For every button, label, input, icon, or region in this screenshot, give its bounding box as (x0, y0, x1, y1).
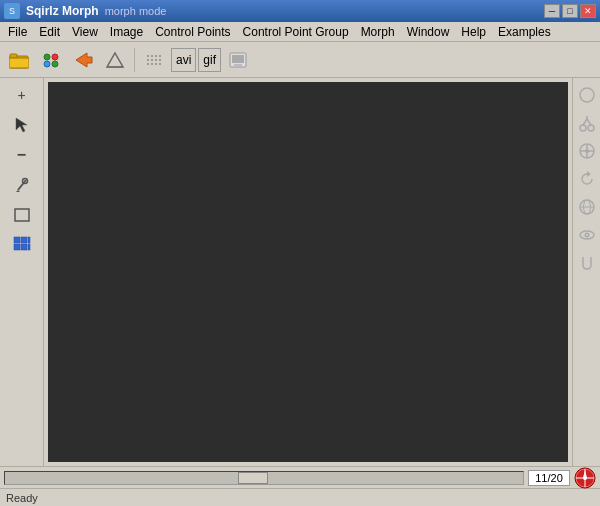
main-area: + − (0, 78, 600, 466)
title-controls: ─ □ ✕ (544, 4, 596, 18)
svg-rect-1 (10, 54, 17, 58)
menu-examples[interactable]: Examples (492, 22, 557, 41)
svg-rect-25 (28, 237, 30, 243)
pin-button[interactable] (576, 140, 598, 162)
svg-marker-37 (587, 171, 591, 177)
page-indicator: 11/20 (528, 470, 570, 486)
menu-control-point-group[interactable]: Control Point Group (237, 22, 355, 41)
svg-rect-21 (14, 237, 20, 243)
gif-button[interactable]: gif (198, 48, 221, 72)
scrollbar-thumb[interactable] (238, 472, 268, 484)
svg-rect-15 (234, 64, 242, 66)
nodes-icon (41, 51, 61, 69)
svg-marker-8 (107, 53, 123, 67)
svg-rect-20 (15, 209, 29, 221)
menu-window[interactable]: Window (401, 22, 456, 41)
svg-point-28 (580, 125, 586, 131)
lines-button[interactable] (139, 46, 169, 74)
remove-button[interactable]: − (8, 142, 36, 168)
grid-button[interactable] (8, 232, 36, 258)
rotate-icon (578, 170, 596, 188)
svg-line-30 (583, 119, 587, 125)
rotate-button[interactable] (576, 168, 598, 190)
eyedropper-button[interactable] (8, 172, 36, 198)
menu-file[interactable]: File (2, 22, 33, 41)
eyedropper-icon (14, 176, 30, 194)
scrollbar-area: 11/20 (0, 466, 600, 488)
status-text: Ready (6, 492, 38, 504)
output-icon (228, 51, 248, 69)
svg-rect-14 (232, 55, 244, 63)
title-bar-left: S Sqirlz Morph morph mode (4, 3, 166, 19)
svg-line-31 (587, 119, 591, 125)
open-button[interactable] (4, 46, 34, 74)
status-bar: Ready (0, 488, 600, 506)
select-arrow-button[interactable] (8, 112, 36, 138)
svg-rect-2 (9, 58, 29, 68)
svg-point-27 (580, 88, 594, 102)
menu-bar: File Edit View Image Control Points Cont… (0, 22, 600, 42)
mesh-button[interactable] (100, 46, 130, 74)
minimize-button[interactable]: ─ (544, 4, 560, 18)
menu-morph[interactable]: Morph (355, 22, 401, 41)
grid-icon (13, 236, 31, 254)
rectangle-button[interactable] (8, 202, 36, 228)
svg-point-43 (586, 234, 588, 236)
svg-point-5 (44, 61, 50, 67)
globe-icon (578, 198, 596, 216)
svg-point-3 (44, 54, 50, 60)
pin-icon (578, 142, 596, 160)
canvas[interactable] (48, 82, 568, 462)
right-toolbar (572, 78, 600, 466)
svg-marker-19 (16, 190, 20, 192)
maximize-button[interactable]: □ (562, 4, 578, 18)
svg-marker-16 (16, 118, 27, 132)
compass-icon (574, 467, 596, 489)
menu-edit[interactable]: Edit (33, 22, 66, 41)
toolbar: avi gif (0, 42, 600, 78)
circle-tool-button[interactable] (576, 84, 598, 106)
canvas-area (44, 78, 572, 466)
svg-point-4 (52, 54, 58, 60)
scissors-icon (578, 114, 596, 132)
cut-button[interactable] (576, 112, 598, 134)
compass-button[interactable] (574, 467, 596, 489)
nodes-button[interactable] (36, 46, 66, 74)
eye-button[interactable] (576, 224, 598, 246)
lines-icon (144, 51, 164, 69)
u-shape-button[interactable] (576, 252, 598, 274)
arrow-icon (73, 51, 93, 69)
horizontal-scrollbar[interactable] (4, 471, 524, 485)
svg-rect-24 (21, 244, 27, 250)
svg-point-29 (588, 125, 594, 131)
menu-view[interactable]: View (66, 22, 104, 41)
menu-help[interactable]: Help (455, 22, 492, 41)
app-icon: S (4, 3, 20, 19)
title-bar: S Sqirlz Morph morph mode ─ □ ✕ (0, 0, 600, 22)
svg-rect-26 (28, 244, 30, 250)
left-toolbar: + − (0, 78, 44, 466)
add-button[interactable]: + (8, 82, 36, 108)
open-folder-icon (9, 51, 29, 69)
arrow-cursor-icon (13, 116, 31, 134)
circle-tool-icon (578, 86, 596, 104)
rectangle-icon (13, 207, 31, 223)
app-mode: morph mode (105, 5, 167, 17)
eye-icon (578, 226, 596, 244)
svg-rect-23 (14, 244, 20, 250)
svg-marker-7 (76, 53, 92, 67)
avi-button[interactable]: avi (171, 48, 196, 72)
u-shape-icon (578, 254, 596, 272)
close-button[interactable]: ✕ (580, 4, 596, 18)
mesh-icon (105, 51, 125, 69)
app-title: Sqirlz Morph (26, 4, 99, 18)
svg-rect-22 (21, 237, 27, 243)
arrow-button[interactable] (68, 46, 98, 74)
svg-point-36 (585, 149, 589, 153)
output-button[interactable] (223, 46, 253, 74)
menu-image[interactable]: Image (104, 22, 149, 41)
toolbar-separator-1 (134, 48, 135, 72)
globe-button[interactable] (576, 196, 598, 218)
svg-point-6 (52, 61, 58, 67)
menu-control-points[interactable]: Control Points (149, 22, 236, 41)
